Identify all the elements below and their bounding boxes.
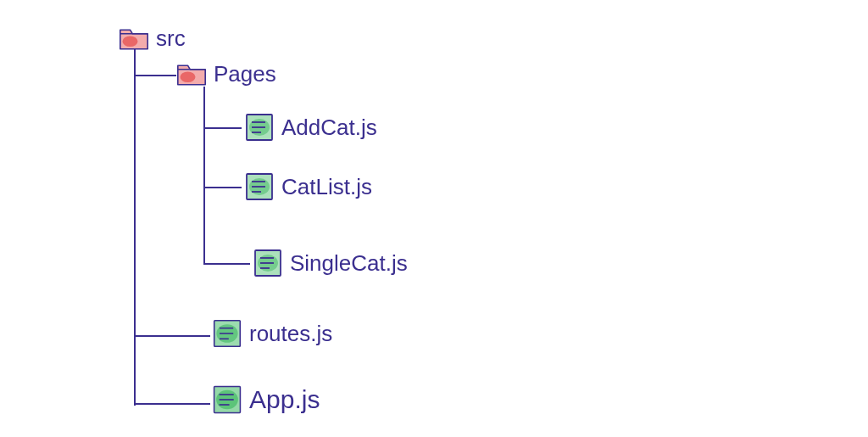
tree-connector [203, 187, 242, 188]
folder-icon [119, 27, 149, 51]
file-label: SingleCat.js [290, 250, 408, 277]
file-label: AddCat.js [281, 115, 377, 141]
file-icon [212, 384, 242, 415]
tree-connector [134, 335, 210, 337]
file-icon [244, 171, 275, 202]
file-app: App.js [212, 384, 320, 415]
file-routes: routes.js [212, 318, 332, 349]
tree-connector [203, 87, 205, 265]
tree-connector [203, 263, 250, 265]
tree-connector [203, 127, 242, 129]
folder-label: Pages [214, 61, 276, 87]
file-label: App.js [249, 385, 320, 414]
tree-connector [134, 403, 210, 405]
file-label: CatList.js [281, 174, 372, 200]
tree-connector [134, 49, 136, 406]
folder-pages: Pages [176, 61, 276, 87]
svg-point-0 [123, 36, 138, 47]
file-addcat: AddCat.js [244, 112, 377, 143]
file-icon [244, 112, 275, 143]
svg-point-1 [181, 71, 196, 82]
file-catlist: CatList.js [244, 171, 372, 202]
file-label: routes.js [249, 321, 332, 347]
file-icon [212, 318, 242, 349]
folder-src: src [119, 25, 186, 52]
folder-icon [176, 63, 207, 87]
folder-label: src [156, 25, 186, 52]
file-icon [253, 248, 283, 278]
file-singlecat: SingleCat.js [253, 248, 408, 278]
tree-connector [134, 75, 176, 76]
